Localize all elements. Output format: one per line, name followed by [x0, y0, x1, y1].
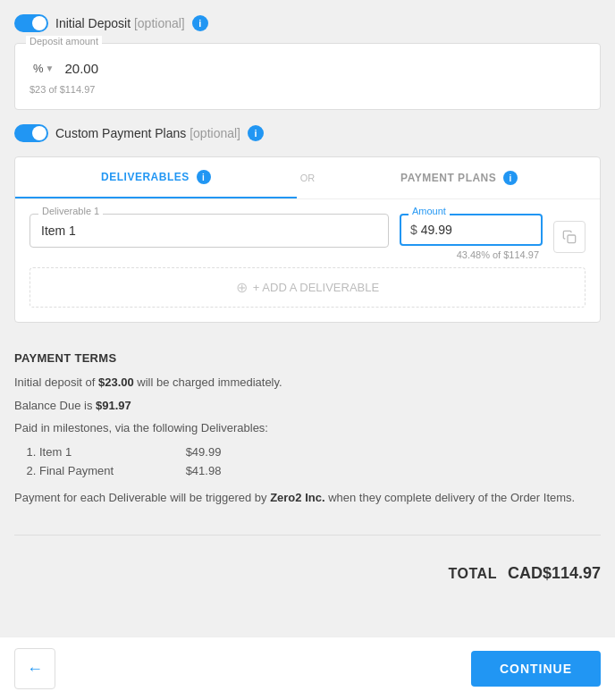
deliverable-name-wrapper: Deliverable 1 — [29, 214, 389, 248]
amount-field-label: Amount — [409, 206, 450, 216]
initial-deposit-toggle[interactable] — [14, 14, 48, 32]
deposit-hint: $23 of $114.97 — [29, 84, 586, 95]
list-item: Final Payment $41.98 — [39, 461, 601, 480]
list-item: Item 1 $49.99 — [39, 443, 601, 461]
deliverables-info-icon[interactable]: i — [197, 170, 211, 184]
total-amount: CAD$114.97 — [508, 564, 601, 583]
deposit-value: 20.00 — [64, 61, 98, 76]
payment-terms-section: PAYMENT TERMS Initial deposit of $23.00 … — [14, 337, 601, 520]
deposit-amount-card: Deposit amount % ▼ 20.00 $23 of $114.97 — [14, 43, 601, 110]
svg-rect-0 — [568, 235, 576, 243]
tabs-card: DELIVERABLES i OR PAYMENT PLANS i Delive… — [14, 156, 601, 323]
tab-deliverables[interactable]: DELIVERABLES i — [15, 157, 297, 198]
bottom-nav: ← CONTINUE — [0, 637, 615, 700]
tabs-header: DELIVERABLES i OR PAYMENT PLANS i — [15, 157, 600, 199]
terms-line-3: Paid in milestones, via the following De… — [14, 419, 601, 437]
percent-type-select[interactable]: % ▼ — [29, 58, 57, 79]
continue-button[interactable]: CONTINUE — [471, 651, 601, 687]
initial-deposit-label: Initial Deposit [optional] — [55, 16, 185, 30]
amount-input[interactable] — [421, 223, 532, 237]
custom-payment-label: Custom Payment Plans [optional] — [55, 126, 240, 140]
tab-payment-plans[interactable]: PAYMENT PLANS i — [318, 158, 600, 198]
payment-plans-info-icon[interactable]: i — [503, 171, 518, 185]
amount-hint: 43.48% of $114.97 — [400, 249, 543, 260]
custom-payment-row: Custom Payment Plans [optional] i — [14, 124, 601, 142]
deposit-input-row: % ▼ 20.00 — [29, 58, 586, 79]
custom-payment-toggle[interactable] — [14, 124, 48, 142]
payment-terms-title: PAYMENT TERMS — [14, 351, 601, 365]
deposit-card-label: Deposit amount — [26, 36, 102, 46]
total-label: TOTAL — [449, 566, 497, 582]
terms-line-2: Balance Due is $91.97 — [14, 397, 601, 415]
currency-symbol: $ — [410, 223, 417, 237]
total-row: TOTAL CAD$114.97 — [14, 550, 601, 597]
custom-payment-info-icon[interactable]: i — [248, 125, 264, 141]
amount-input-row: $ — [400, 214, 543, 246]
back-button[interactable]: ← — [14, 648, 55, 689]
back-arrow-icon: ← — [27, 660, 43, 679]
total-divider — [14, 535, 601, 536]
tab-or-separator: OR — [297, 160, 319, 196]
terms-line-1: Initial deposit of $23.00 will be charge… — [14, 374, 601, 392]
terms-footer: Payment for each Deliverable will be tri… — [14, 489, 601, 507]
deliverable-row-1: Deliverable 1 Amount $ 43.48% of $114.97 — [29, 214, 586, 260]
amount-field-wrapper: Amount $ 43.48% of $114.97 — [400, 214, 543, 260]
add-deliverable-plus: ⊕ — [236, 279, 248, 296]
initial-deposit-row: Initial Deposit [optional] i — [14, 14, 601, 32]
deliverable-section: Deliverable 1 Amount $ 43.48% of $114.97 — [15, 199, 600, 322]
deliverable-field-label: Deliverable 1 — [38, 206, 103, 216]
copy-deliverable-button[interactable] — [553, 221, 586, 253]
deliverable-name-input[interactable] — [29, 214, 389, 248]
milestones-list: Item 1 $49.99 Final Payment $41.98 — [14, 443, 601, 480]
add-deliverable-button[interactable]: ⊕ + ADD A DELIVERABLE — [29, 267, 586, 308]
initial-deposit-info-icon[interactable]: i — [192, 15, 208, 31]
